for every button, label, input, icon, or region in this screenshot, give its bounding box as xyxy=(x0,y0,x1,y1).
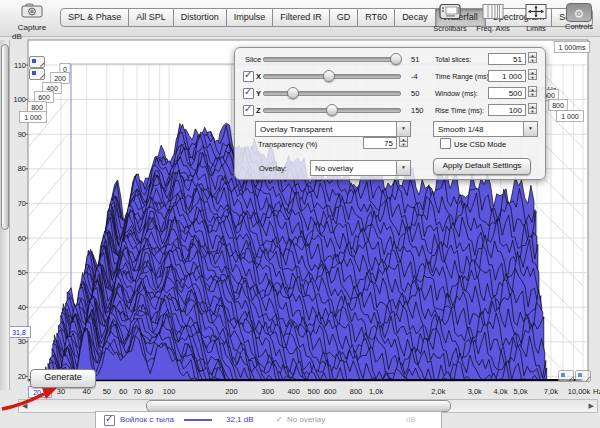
window-ms-input[interactable]: 500 xyxy=(488,87,526,99)
use-csd-label: Use CSD Mode xyxy=(454,140,506,149)
time-axis-label: 1 000 xyxy=(20,112,47,123)
total-slices-spinner[interactable]: ▲▼ xyxy=(528,52,537,66)
freq-tick-label: 4,0k xyxy=(494,387,508,396)
vertical-scrollbar[interactable] xyxy=(0,40,10,390)
y-slider-value: 50 xyxy=(411,89,419,98)
legend-unit-label: dB xyxy=(406,415,416,424)
chevron-down-icon: ▼ xyxy=(396,161,410,175)
z-slider-label: Z xyxy=(256,106,261,115)
db-tick-label: 60 xyxy=(18,234,26,243)
overlay-label: Overlay: xyxy=(259,164,287,173)
slice-slider-thumb[interactable] xyxy=(390,53,402,65)
smoothing-value: Smooth 1/48 xyxy=(438,125,483,134)
rew-window: Capture SPL & PhaseAll SPLDistortionImpu… xyxy=(0,0,600,428)
freq-tick-label: 400 xyxy=(287,387,300,396)
freq-tick-label: 100 xyxy=(163,387,176,396)
slice-slider[interactable] xyxy=(263,57,401,62)
vertical-scrollbar-thumb[interactable] xyxy=(1,44,9,230)
transparency-spinner[interactable]: ▲▼ xyxy=(399,136,408,150)
y-slider-label: Y xyxy=(256,89,261,98)
freq-tick-label: 300 xyxy=(262,387,275,396)
chevron-down-icon: ▼ xyxy=(396,122,410,136)
graph-zoom-icon[interactable] xyxy=(575,370,591,382)
db-tick-label: 20 xyxy=(18,372,26,381)
time-range-ms-input[interactable]: 1 000 xyxy=(488,70,526,82)
apply-default-settings-button[interactable]: Apply Default Settings xyxy=(433,158,531,175)
transparency-input[interactable]: 75 xyxy=(363,137,397,149)
boxed-label-text: 1 000ms xyxy=(559,44,586,51)
z-slider-value: 150 xyxy=(411,106,424,115)
transparency-label: Transparency (%) xyxy=(258,140,317,149)
boxed-label-text: 1 000 xyxy=(561,113,579,120)
time-axis-label: 1 000 xyxy=(557,111,584,122)
total-slices-input[interactable]: 51 xyxy=(488,53,526,65)
freq-tick-label: 5,0k xyxy=(514,387,528,396)
y-axis-checkbox[interactable] xyxy=(243,88,254,99)
overlay-mode-select[interactable]: Overlay Transparent ▼ xyxy=(255,121,411,137)
boxed-label-text: 600 xyxy=(38,94,50,101)
freq-tick-label: 40 xyxy=(83,387,91,396)
boxed-label-text: 400 xyxy=(46,85,58,92)
x-slider-thumb[interactable] xyxy=(323,70,335,82)
x-slider-value: -4 xyxy=(411,72,418,81)
measurement-name[interactable]: Войлок с тыла xyxy=(120,415,174,424)
time-axis-label: 800 xyxy=(28,102,47,113)
z-axis-checkbox[interactable] xyxy=(243,105,254,116)
freq-tick-label: 2,0k xyxy=(431,387,445,396)
slice-slider-label: Slice xyxy=(245,55,261,64)
time-range-ms-spinner[interactable]: ▲▼ xyxy=(528,69,537,83)
boxed-label-text: 0 xyxy=(63,66,67,73)
y-slider-thumb[interactable] xyxy=(287,87,299,99)
db-tick-label: 70 xyxy=(18,199,26,208)
graph-tool-icon[interactable] xyxy=(29,68,45,80)
freq-tick-label: 10,00k xyxy=(568,387,591,396)
chevron-down-icon: ▼ xyxy=(523,122,537,136)
slice-slider-value: 51 xyxy=(411,55,419,64)
scroll-right-arrow-icon[interactable]: ▶ xyxy=(589,401,594,410)
z-slider-thumb[interactable] xyxy=(326,104,338,116)
annotation-arrow xyxy=(0,384,70,414)
freq-tick-label: 50 xyxy=(103,387,111,396)
measurement-value: 32,1 dB xyxy=(226,415,254,424)
db-tick-label: 90 xyxy=(18,130,26,139)
freq-tick-label: 7,0k xyxy=(544,387,558,396)
time-axis-max-label: 1 000ms xyxy=(554,42,589,53)
y-slider[interactable] xyxy=(263,91,401,96)
freq-tick-label: 600 xyxy=(324,387,337,396)
trace-color-sample xyxy=(184,419,212,421)
rise-time-ms-input[interactable]: 100 xyxy=(488,104,526,116)
graph-zoom-icon[interactable] xyxy=(558,370,574,382)
use-csd-checkbox[interactable] xyxy=(440,138,451,149)
db-tick-label: 40 xyxy=(18,303,26,312)
waterfall-controls-panel: Overlay Transparent ▼ Smooth 1/48 ▼ Tran… xyxy=(234,47,546,180)
db-tick-label: 30 xyxy=(18,337,26,346)
freq-tick-label: 800 xyxy=(350,387,363,396)
overlay-value: No overlay xyxy=(315,164,353,173)
rise-time-ms-spinner[interactable]: ▲▼ xyxy=(528,103,537,117)
time-axis-label: 800 xyxy=(549,100,568,111)
measurement-checkbox[interactable] xyxy=(104,415,115,426)
rise-time-ms-label: Rise Time (ms): xyxy=(435,107,484,114)
window-ms-spinner[interactable]: ▲▼ xyxy=(528,86,537,100)
smoothing-select[interactable]: Smooth 1/48 ▼ xyxy=(433,121,538,137)
x-axis-checkbox[interactable] xyxy=(243,71,254,82)
window-ms-label: Window (ms): xyxy=(435,90,478,97)
freq-tick-label: 200 xyxy=(225,387,238,396)
x-slider-label: X xyxy=(256,72,261,81)
measurement-legend: Войлок с тыла 32,1 dB ✓ No overlay dB xyxy=(95,411,442,428)
boxed-label-text: 200 xyxy=(54,75,66,82)
boxed-label-text: 1 000 xyxy=(24,114,42,121)
boxed-label-text: 800 xyxy=(552,102,564,109)
boxed-label-text: 800 xyxy=(31,104,43,111)
freq-tick-label: 3,0k xyxy=(468,387,482,396)
freq-tick-label: 70 xyxy=(133,387,141,396)
freq-tick-label: 80 xyxy=(145,387,153,396)
overlay-select[interactable]: No overlay ▼ xyxy=(310,160,411,176)
db-tick-label: 50 xyxy=(18,268,26,277)
db-tick-label: 100 xyxy=(13,95,26,104)
graph-tool-icon[interactable] xyxy=(29,56,45,68)
boxed-label-text: 31,8 xyxy=(12,329,26,336)
db-axis-limit-box[interactable]: 31,8 xyxy=(8,327,31,338)
db-tick-label: 80 xyxy=(18,164,26,173)
legend-overlay-label: No overlay xyxy=(287,415,325,424)
